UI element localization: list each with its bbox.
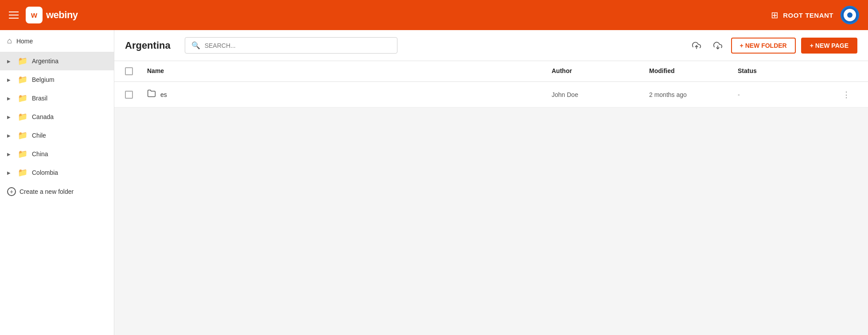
create-folder-label: Create a new folder [19, 188, 74, 195]
th-status: Status [738, 67, 835, 75]
chevron-right-icon: ▶ [7, 152, 13, 157]
folder-icon: 📁 [18, 168, 27, 177]
folder-icon: 📁 [18, 149, 27, 159]
tenant-icon: ⊞ [771, 10, 778, 20]
sidebar-item-label: Colombia [32, 169, 107, 176]
search-icon: 🔍 [191, 41, 200, 50]
download-button[interactable] [710, 38, 726, 54]
logo-text: webiny [46, 9, 78, 21]
row-status: - [738, 91, 835, 98]
new-folder-button[interactable]: + NEW FOLDER [731, 38, 796, 54]
row-checkbox[interactable] [125, 91, 133, 99]
content-area: Argentina 🔍 [114, 30, 868, 335]
content-toolbar: Argentina 🔍 [114, 30, 868, 61]
logo-icon: w [26, 7, 43, 23]
sidebar-item-home[interactable]: ⌂ Home [0, 30, 114, 52]
search-input[interactable] [205, 42, 391, 49]
sidebar-item-label: China [32, 150, 107, 158]
tenant-label: ROOT TENANT [783, 12, 833, 19]
row-modified: 2 months ago [649, 91, 738, 98]
page-title: Argentina [125, 40, 171, 51]
chevron-down-icon: ▶ [7, 59, 13, 64]
sidebar-item-label: Chile [32, 132, 107, 139]
row-name-cell: es [147, 89, 552, 100]
folder-icon: 📁 [18, 75, 27, 85]
sidebar-item-label: Belgium [32, 76, 107, 83]
folder-icon: 📁 [18, 56, 27, 66]
table-row[interactable]: es John Doe 2 months ago - ⋮ [114, 82, 868, 108]
hamburger-menu[interactable] [9, 12, 19, 19]
row-author: John Doe [552, 91, 649, 98]
sidebar: ⌂ Home ▶ 📁 Argentina ▶ 📁 Belgium ▶ 📁 Bra… [0, 30, 114, 335]
th-author: Author [552, 67, 649, 75]
create-folder-button[interactable]: + Create a new folder [0, 182, 114, 201]
th-modified: Modified [649, 67, 738, 75]
sidebar-item-label: Canada [32, 113, 107, 120]
user-avatar[interactable] [841, 6, 859, 24]
chevron-right-icon: ▶ [7, 115, 13, 119]
sidebar-home-label: Home [16, 38, 33, 45]
empty-area [114, 108, 868, 240]
chevron-right-icon: ▶ [7, 170, 13, 175]
folder-icon: 📁 [18, 112, 27, 122]
table-header: Name Author Modified Status [114, 61, 868, 82]
logo: w webiny [26, 7, 78, 23]
search-bar[interactable]: 🔍 [185, 37, 397, 54]
header-left: w webiny [9, 7, 78, 23]
row-checkbox-cell [125, 91, 147, 99]
user-avatar-inner [844, 9, 856, 21]
sidebar-item-chile[interactable]: ▶ 📁 Chile [0, 126, 114, 145]
row-name: es [160, 91, 167, 98]
th-name: Name [147, 67, 552, 75]
header: w webiny ⊞ ROOT TENANT [0, 0, 868, 30]
sidebar-item-belgium[interactable]: ▶ 📁 Belgium [0, 70, 114, 89]
toolbar-actions: + NEW FOLDER + NEW PAGE [689, 38, 857, 54]
sidebar-item-brasil[interactable]: ▶ 📁 Brasil [0, 89, 114, 108]
sidebar-item-label: Argentina [32, 58, 107, 65]
new-page-button[interactable]: + NEW PAGE [801, 38, 857, 54]
row-actions-menu[interactable]: ⋮ [835, 90, 857, 100]
table-wrapper: Name Author Modified Status [114, 61, 868, 108]
table-area: Name Author Modified Status [114, 61, 868, 335]
th-checkbox [125, 67, 147, 75]
chevron-right-icon: ▶ [7, 77, 13, 82]
sidebar-item-argentina[interactable]: ▶ 📁 Argentina [0, 52, 114, 70]
sidebar-item-label: Brasil [32, 95, 107, 102]
folder-icon: 📁 [18, 93, 27, 103]
home-icon: ⌂ [7, 36, 12, 46]
tenant-section: ⊞ ROOT TENANT [771, 10, 833, 20]
sidebar-item-canada[interactable]: ▶ 📁 Canada [0, 108, 114, 126]
upload-button[interactable] [689, 38, 705, 54]
folder-icon: 📁 [18, 131, 27, 140]
main-layout: ⌂ Home ▶ 📁 Argentina ▶ 📁 Belgium ▶ 📁 Bra… [0, 30, 868, 335]
sidebar-item-colombia[interactable]: ▶ 📁 Colombia [0, 163, 114, 182]
plus-icon: + [7, 187, 16, 196]
select-all-checkbox[interactable] [125, 67, 133, 75]
user-avatar-dot [847, 12, 852, 18]
chevron-right-icon: ▶ [7, 96, 13, 101]
row-folder-icon [147, 89, 156, 100]
chevron-right-icon: ▶ [7, 133, 13, 138]
th-actions [835, 67, 857, 75]
sidebar-item-china[interactable]: ▶ 📁 China [0, 145, 114, 163]
header-right: ⊞ ROOT TENANT [771, 6, 859, 24]
